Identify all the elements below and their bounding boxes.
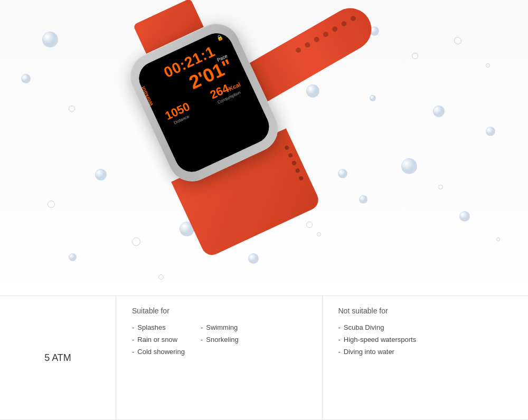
list-item: Swimming [201, 323, 239, 331]
band-extension-holes [295, 15, 357, 54]
list-item: Diving into water [338, 348, 513, 356]
list-item: Splashes [132, 323, 185, 331]
water-drop [69, 253, 77, 261]
not-suitable-column: Not suitable for Scuba Diving High-speed… [323, 296, 529, 419]
band-hole [298, 176, 304, 182]
water-drop [317, 232, 321, 236]
water-drop [459, 211, 470, 222]
water-drop [486, 127, 495, 136]
water-drop [69, 106, 75, 112]
band-hole [322, 31, 329, 38]
band-hole [341, 20, 348, 27]
band-hole [313, 36, 320, 43]
water-drop [433, 106, 445, 117]
watch: Workout 🔒 00:21:1 Pace 2'01" 1050 Distan… [56, 0, 441, 290]
suitable-list-1: Splashes Rain or snow Cold showering [132, 323, 185, 360]
atm-column: 5 ATM [0, 296, 116, 419]
water-drop [454, 37, 461, 44]
table-body: 5 ATM Suitable for Splashes Rain or snow… [0, 296, 528, 419]
water-drop [42, 32, 58, 47]
water-drop [438, 185, 443, 189]
atm-label: 5 ATM [44, 352, 71, 364]
water-drop [95, 169, 107, 180]
not-suitable-list: Scuba Diving High-speed watersports Divi… [338, 323, 513, 356]
list-item: Cold showering [132, 348, 185, 356]
water-drop [248, 253, 259, 264]
band-hole [295, 168, 300, 174]
suitable-column: Suitable for Splashes Rain or snow Cold … [116, 296, 323, 419]
not-suitable-header: Not suitable for [338, 307, 513, 315]
list-item: Scuba Diving [338, 323, 513, 331]
list-item: Snorkeling [201, 336, 239, 343]
water-drop [496, 237, 500, 241]
band-hole [331, 25, 338, 33]
watch-screen: Workout 🔒 00:21:1 Pace 2'01" 1050 Distan… [134, 28, 275, 177]
water-drop [412, 53, 418, 59]
band-hole [304, 41, 311, 49]
water-drop [21, 74, 31, 83]
list-item: Rain or snow [132, 336, 185, 343]
band-holes [284, 145, 304, 182]
band-hole [288, 152, 294, 158]
band-hole [284, 145, 290, 151]
watch-section: Workout 🔒 00:21:1 Pace 2'01" 1050 Distan… [0, 0, 528, 295]
suitable-features-grid: Splashes Rain or snow Cold showering Swi… [132, 323, 306, 360]
band-hole [350, 15, 357, 22]
list-item: High-speed watersports [338, 336, 513, 343]
water-resistance-table: 5 ATM Suitable for Splashes Rain or snow… [0, 295, 528, 420]
water-drop [48, 201, 55, 208]
band-hole [295, 46, 302, 54]
suitable-header: Suitable for [132, 307, 306, 315]
band-hole [291, 160, 297, 166]
water-drop [486, 63, 490, 68]
suitable-list-2: Swimming Snorkeling [201, 323, 239, 360]
